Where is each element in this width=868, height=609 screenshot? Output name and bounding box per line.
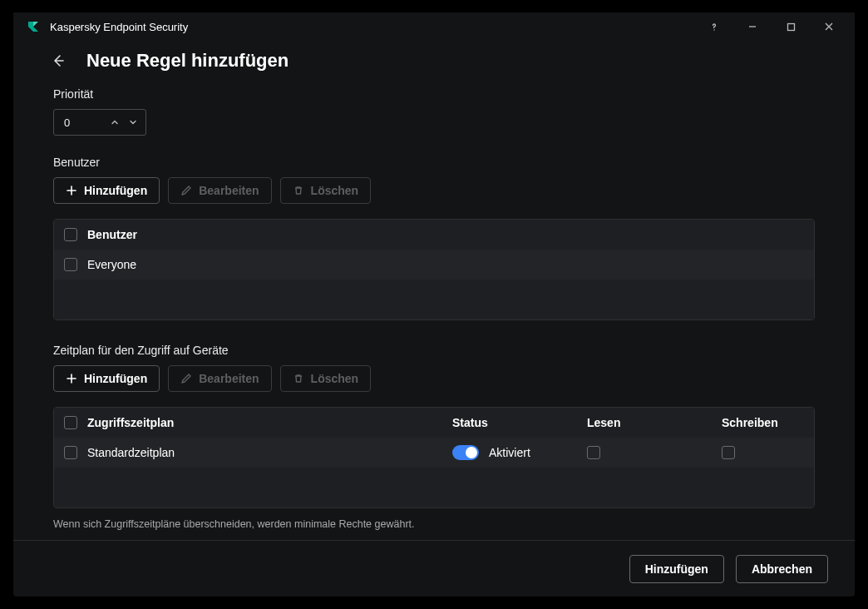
schedule-col-write: Schreiben: [722, 416, 778, 429]
schedule-delete-button: Löschen: [280, 365, 372, 392]
schedule-edit-button: Bearbeiten: [168, 365, 271, 392]
schedule-col-status: Status: [452, 416, 488, 429]
schedule-edit-label: Bearbeiten: [199, 372, 259, 385]
users-col-name: Benutzer: [87, 228, 137, 241]
write-checkbox[interactable]: [722, 446, 735, 459]
svg-rect-1: [787, 23, 794, 30]
trash-icon: [293, 185, 304, 196]
schedule-add-label: Hinzufügen: [84, 372, 147, 385]
footer-add-button[interactable]: Hinzufügen: [629, 555, 724, 583]
pencil-icon: [180, 185, 192, 196]
overlap-note: Wenn sich Zugriffszeitpläne überschneide…: [53, 518, 815, 530]
titlebar: Kaspersky Endpoint Security: [13, 12, 855, 41]
users-add-label: Hinzufügen: [84, 184, 147, 197]
users-select-all-checkbox[interactable]: [64, 228, 77, 241]
table-row[interactable]: Standardzeitplan Aktiviert: [54, 438, 814, 468]
schedule-col-plan: Zugriffszeitplan: [87, 416, 174, 429]
status-toggle[interactable]: [452, 445, 479, 460]
users-edit-button: Bearbeiten: [168, 177, 271, 204]
users-label: Benutzer: [53, 156, 815, 169]
priority-up-icon[interactable]: [107, 112, 122, 132]
schedule-label: Zeitplan für den Zugriff auf Geräte: [53, 344, 815, 357]
priority-label: Priorität: [53, 87, 815, 101]
schedule-row-plan: Standardzeitplan: [87, 446, 175, 459]
users-table-header: Benutzer: [54, 220, 814, 250]
app-title: Kaspersky Endpoint Security: [50, 21, 695, 33]
dialog-footer: Hinzufügen Abbrechen: [13, 540, 855, 597]
schedule-row-checkbox[interactable]: [64, 446, 77, 459]
page-title: Neue Regel hinzufügen: [86, 50, 289, 72]
back-button[interactable]: [47, 49, 70, 72]
read-checkbox[interactable]: [587, 446, 600, 459]
footer-cancel-button[interactable]: Abbrechen: [736, 555, 828, 583]
users-edit-label: Bearbeiten: [199, 184, 259, 197]
schedule-add-button[interactable]: Hinzufügen: [53, 365, 160, 392]
trash-icon: [293, 373, 304, 384]
schedule-empty-row: [54, 468, 814, 508]
users-empty-row: [54, 280, 814, 319]
plus-icon: [66, 185, 77, 196]
schedule-select-all-checkbox[interactable]: [64, 416, 77, 429]
schedule-table: Zugriffszeitplan Status Lesen Schreiben …: [53, 407, 815, 508]
priority-down-icon[interactable]: [126, 112, 141, 132]
priority-value: 0: [64, 116, 107, 129]
user-row-name: Everyone: [87, 258, 136, 271]
maximize-button[interactable]: [772, 14, 810, 39]
help-button[interactable]: [695, 14, 733, 39]
schedule-table-header: Zugriffszeitplan Status Lesen Schreiben: [54, 408, 814, 438]
table-row[interactable]: Everyone: [54, 250, 814, 280]
schedule-row-status: Aktiviert: [489, 446, 530, 459]
close-button[interactable]: [810, 14, 848, 39]
users-add-button[interactable]: Hinzufügen: [53, 177, 160, 204]
priority-spinner[interactable]: 0: [53, 109, 146, 136]
plus-icon: [66, 373, 77, 384]
users-delete-button: Löschen: [280, 177, 372, 204]
user-row-checkbox[interactable]: [64, 258, 77, 271]
users-table: Benutzer Everyone: [53, 219, 815, 320]
pencil-icon: [180, 373, 192, 384]
app-logo-icon: [27, 20, 40, 33]
users-delete-label: Löschen: [311, 184, 359, 197]
minimize-button[interactable]: [733, 14, 772, 39]
schedule-delete-label: Löschen: [311, 372, 359, 385]
schedule-col-read: Lesen: [587, 416, 620, 429]
